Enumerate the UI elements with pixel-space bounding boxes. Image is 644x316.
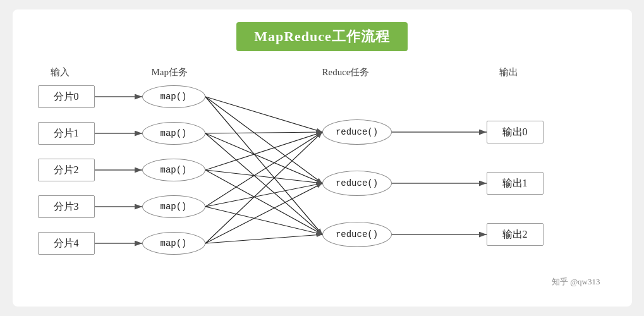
input-box-4: 分片4 [38, 232, 95, 255]
svg-line-15 [205, 132, 322, 207]
input-box-0: 分片0 [38, 85, 95, 108]
svg-line-7 [205, 97, 322, 183]
svg-line-8 [205, 97, 322, 234]
diagram: 输入 Map任务 Reduce任务 输出 分片0 分片1 分片2 分片3 分片4… [32, 66, 613, 294]
svg-line-9 [205, 132, 322, 133]
svg-line-16 [205, 183, 322, 207]
reduce-col-header: Reduce任务 [322, 66, 370, 78]
title: MapReduce工作流程 [236, 22, 408, 51]
output-box-1: 输出1 [487, 172, 544, 195]
svg-line-14 [205, 170, 322, 234]
reduce-oval-2: reduce() [322, 222, 392, 247]
svg-line-10 [205, 133, 322, 183]
reduce-oval-0: reduce() [322, 119, 392, 145]
output-box-2: 输出2 [487, 223, 544, 246]
map-oval-2: map() [142, 159, 205, 181]
svg-line-12 [205, 132, 322, 170]
map-oval-1: map() [142, 122, 205, 145]
svg-line-18 [205, 132, 322, 243]
svg-line-6 [205, 97, 322, 132]
map-oval-4: map() [142, 232, 205, 255]
svg-line-11 [205, 133, 322, 234]
output-box-0: 输出0 [487, 121, 544, 143]
input-col-header: 输入 [51, 66, 70, 78]
watermark: 知乎 @qw313 [552, 276, 600, 288]
output-col-header: 输出 [499, 66, 518, 78]
input-box-2: 分片2 [38, 159, 95, 181]
reduce-oval-1: reduce() [322, 171, 392, 196]
input-box-3: 分片3 [38, 195, 95, 218]
main-container: MapReduce工作流程 输入 Map任务 Reduce任务 输出 分片0 分… [13, 9, 632, 307]
map-col-header: Map任务 [152, 66, 188, 78]
svg-line-20 [205, 234, 322, 243]
map-oval-0: map() [142, 85, 205, 108]
svg-line-13 [205, 170, 322, 183]
input-box-1: 分片1 [38, 122, 95, 145]
svg-line-17 [205, 207, 322, 234]
map-oval-3: map() [142, 195, 205, 218]
svg-line-19 [205, 183, 322, 243]
